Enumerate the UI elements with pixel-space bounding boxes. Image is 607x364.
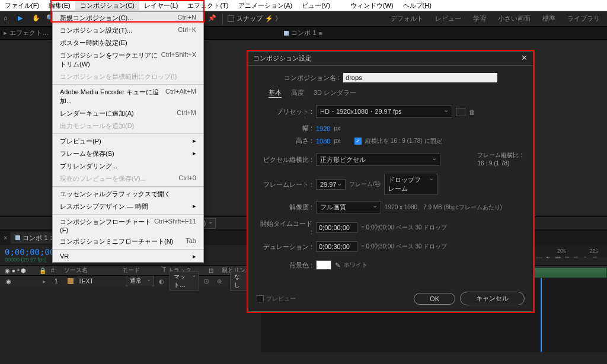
- menu-item[interactable]: プレビュー(P)▸: [53, 135, 203, 148]
- menu-layer[interactable]: レイヤー(L): [139, 0, 183, 11]
- menu-item[interactable]: コンポジションをワークエリアにトリム(W)Ctrl+Shift+X: [53, 49, 203, 71]
- menu-item: コンポジションを目標範囲にクロップ(I): [53, 71, 203, 83]
- blend-mode-dropdown[interactable]: 通常: [126, 276, 154, 286]
- menu-file[interactable]: ファイル(F): [0, 0, 44, 11]
- menu-composition[interactable]: コンポジション(C): [75, 0, 139, 11]
- menu-item: 現在のプレビューを保存(V)...Ctrl+0: [53, 173, 203, 185]
- menu-item[interactable]: プリレンダリング...: [53, 160, 203, 173]
- width-value[interactable]: 1920: [316, 125, 330, 132]
- workspace-switcher: デフォルト レビュー 学習 小さい画面 標準 ライブラリ: [387, 13, 603, 24]
- eyedropper-icon[interactable]: ✎: [335, 261, 340, 269]
- composition-viewer-tab[interactable]: コンポ 1 ≡: [284, 28, 322, 37]
- timeline-tab[interactable]: コンポ 1 ≡: [11, 232, 59, 244]
- dialog-title: コンポジション設定: [253, 54, 312, 63]
- layer-name: TEXT: [78, 278, 121, 285]
- workspace-standard[interactable]: 標準: [539, 13, 559, 24]
- menu-animation[interactable]: アニメーション(A): [234, 0, 298, 11]
- composition-menu-dropdown: 新規コンポジション(C)...Ctrl+Nコンポジション設定(T)...Ctrl…: [52, 11, 204, 263]
- menu-item[interactable]: コンポジション設定(T)...Ctrl+K: [53, 24, 203, 37]
- layer-bar[interactable]: [533, 267, 607, 278]
- workspace-small[interactable]: 小さい画面: [494, 13, 534, 24]
- resolution-select[interactable]: フル画質: [316, 201, 381, 213]
- menu-item[interactable]: Adobe Media Encoder キューに追加...Ctrl+Alt+M: [53, 86, 203, 107]
- effects-panel-tab[interactable]: ▸エフェクト…: [4, 28, 49, 37]
- menu-item[interactable]: レスポンシブデザイン — 時間▸: [53, 200, 203, 213]
- composition-settings-dialog: コンポジション設定 ✕ コンポジション名 : 基本 高度 3D レンダラー プリ…: [248, 51, 533, 312]
- menu-item[interactable]: ポスター時間を設定(E): [53, 37, 203, 49]
- frame-info: 00000 (29.97 fps): [5, 257, 55, 263]
- comp-name-input[interactable]: [343, 73, 497, 82]
- drop-frame-select[interactable]: ドロップフレーム: [384, 174, 437, 195]
- menu-edit[interactable]: 編集(E): [44, 0, 75, 11]
- fps-select[interactable]: 29.97: [316, 179, 346, 190]
- duration-input[interactable]: [316, 241, 357, 252]
- preview-checkbox[interactable]: [257, 295, 264, 302]
- menu-bar: ファイル(F) 編集(E) コンポジション(C) レイヤー(L) エフェクト(T…: [0, 0, 607, 11]
- workspace-learn[interactable]: 学習: [469, 13, 490, 24]
- dialog-tabs: 基本 高度 3D レンダラー: [269, 88, 522, 97]
- workspace-library[interactable]: ライブラリ: [564, 13, 603, 24]
- delete-preset-icon[interactable]: 🗑: [469, 108, 475, 116]
- playhead[interactable]: [541, 267, 542, 352]
- height-value[interactable]: 1080: [316, 138, 330, 145]
- menu-item[interactable]: VR▸: [53, 251, 203, 262]
- snap-label: スナップ: [237, 14, 263, 23]
- comp-name-label: コンポジション名 :: [284, 74, 340, 82]
- preset-select[interactable]: HD・1920x1080・29.97 fps: [316, 106, 452, 118]
- lock-aspect-checkbox[interactable]: ✓: [354, 138, 362, 145]
- menu-help[interactable]: ヘルプ(H): [398, 0, 436, 11]
- menu-view[interactable]: ビュー(V): [297, 0, 335, 11]
- workspace-default[interactable]: デフォルト: [387, 13, 427, 24]
- current-timecode[interactable]: 0;00;00;00: [5, 247, 55, 257]
- menu-item[interactable]: 新規コンポジション(C)...Ctrl+N: [53, 12, 203, 24]
- menu-window[interactable]: ウィンドウ(W): [346, 0, 398, 11]
- menu-effect[interactable]: エフェクト(T): [183, 0, 233, 11]
- menu-item: 出力モジュールを追加(D): [53, 120, 203, 132]
- selection-tool-icon[interactable]: ▶: [18, 14, 27, 24]
- puppet-tool-icon[interactable]: 📌: [208, 14, 218, 24]
- layer-color-swatch: [68, 278, 74, 284]
- pixel-aspect-select[interactable]: 正方形ピクセル: [316, 154, 440, 166]
- menu-item[interactable]: フレームを保存(S)▸: [53, 148, 203, 160]
- cancel-button[interactable]: キャンセル: [460, 292, 525, 305]
- hand-tool-icon[interactable]: ✋: [32, 14, 41, 24]
- menu-item[interactable]: レンダーキューに追加(A)Ctrl+M: [53, 107, 203, 120]
- snap-checkbox[interactable]: スナップ ⚡ 》: [228, 14, 282, 23]
- home-icon[interactable]: ⌂: [4, 14, 13, 24]
- ok-button[interactable]: OK: [414, 293, 455, 305]
- tab-3d-renderer[interactable]: 3D レンダラー: [314, 88, 356, 97]
- menu-item[interactable]: コンポジションミニフローチャート(N)Tab: [53, 235, 203, 248]
- tab-advanced[interactable]: 高度: [291, 88, 304, 97]
- close-icon[interactable]: ✕: [521, 55, 528, 62]
- menu-item[interactable]: コンポジションフローチャート(F)Ctrl+Shift+F11: [53, 216, 203, 235]
- workspace-review[interactable]: レビュー: [432, 13, 465, 24]
- track-matte-dropdown[interactable]: マット…: [170, 272, 199, 290]
- visibility-icon[interactable]: ◉: [5, 278, 12, 285]
- menu-item[interactable]: エッセンシャルグラフィックスで開く: [53, 188, 203, 200]
- save-preset-icon[interactable]: [456, 108, 465, 116]
- start-timecode-input[interactable]: [316, 222, 357, 233]
- tab-basic[interactable]: 基本: [269, 88, 282, 97]
- bg-color-swatch[interactable]: [316, 260, 331, 270]
